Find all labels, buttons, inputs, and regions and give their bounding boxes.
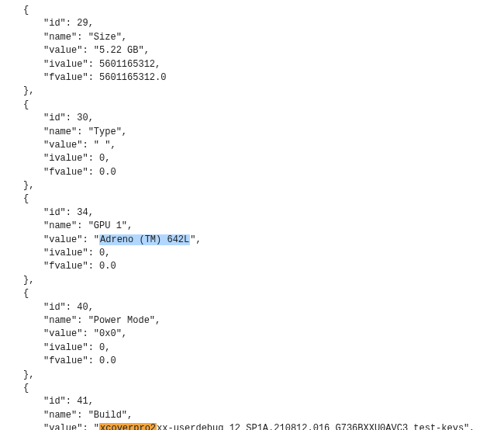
json-code-listing: {id: 29,name: Size,value: 5.22 GB,ivalue… [8,4,496,430]
